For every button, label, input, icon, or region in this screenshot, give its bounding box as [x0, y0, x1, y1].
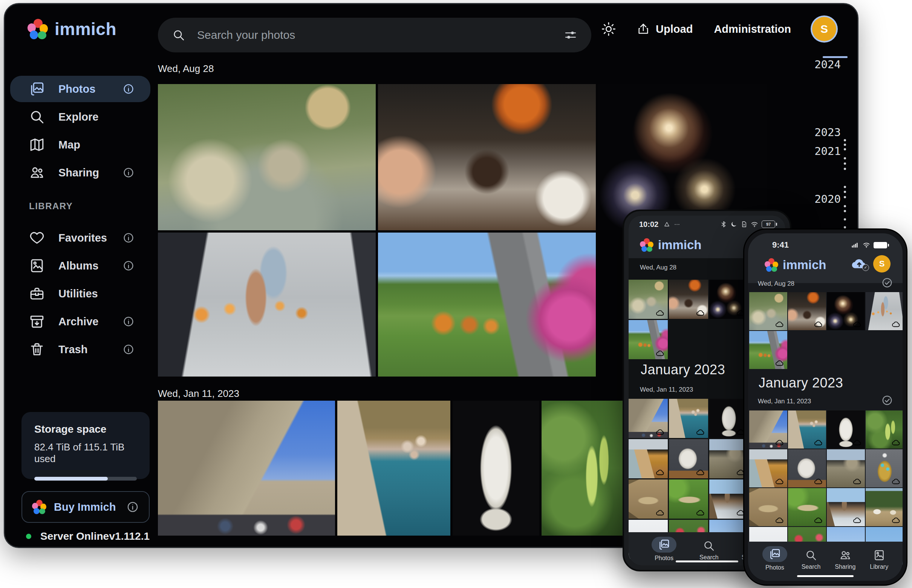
photo-dinner-thumb[interactable]: [669, 279, 708, 319]
photo-village-thumb[interactable]: [709, 480, 749, 519]
phone-nav-photos[interactable]: Photos: [762, 542, 787, 571]
upload-button[interactable]: Upload: [637, 23, 692, 36]
sidebar-item-trash[interactable]: Trash: [5, 336, 156, 363]
sidebar-item-explore[interactable]: Explore: [5, 103, 156, 130]
sidebar-label-explore: Explore: [58, 111, 98, 123]
timeline-dot: [844, 196, 846, 198]
search-filter-icon[interactable]: [564, 29, 577, 42]
photo-park-thumb[interactable]: [749, 331, 787, 369]
photo-fireworks-thumb[interactable]: [827, 292, 865, 330]
theme-toggle-sun-icon[interactable]: [602, 22, 616, 36]
logo-wordmark: immich: [783, 258, 826, 272]
photo-village-thumb[interactable]: [827, 488, 865, 526]
photo-dinner-thumb[interactable]: [788, 292, 826, 330]
photo-fireworks[interactable]: [598, 84, 767, 230]
photo-coast[interactable]: [337, 401, 450, 536]
info-icon[interactable]: [126, 501, 139, 514]
search-bar[interactable]: [158, 18, 591, 52]
sidebar-item-photos[interactable]: Photos: [10, 76, 150, 102]
immich-logo[interactable]: immich: [27, 17, 116, 41]
photo-ornament-thumb[interactable]: [866, 449, 902, 487]
select-all-check-icon[interactable]: [881, 277, 893, 288]
info-icon[interactable]: [123, 232, 134, 244]
timeline-year-2021[interactable]: 2021: [814, 145, 841, 158]
phone-nav-search[interactable]: Search: [802, 542, 821, 570]
photo-sculpture-thumb[interactable]: [788, 449, 826, 487]
cloud-sync-icon: [656, 350, 665, 357]
photo-coast-thumb[interactable]: [669, 399, 708, 438]
server-version: v1.112.1: [109, 530, 150, 543]
info-icon[interactable]: [123, 343, 134, 355]
administration-link[interactable]: Administration: [714, 23, 791, 36]
photo-lizard1-thumb[interactable]: [629, 480, 668, 519]
sidebar-item-map[interactable]: Map: [5, 132, 156, 158]
phone-user-avatar[interactable]: S: [873, 255, 891, 273]
timeline-dot: [844, 205, 846, 207]
phone-home-indicator[interactable]: [797, 575, 854, 577]
cloud-sync-icon: [775, 439, 784, 446]
tablet-nav-photos[interactable]: Photos: [652, 532, 676, 562]
photo-seagrape-thumb[interactable]: [866, 410, 902, 449]
photo-bust-thumb[interactable]: [709, 399, 749, 438]
photo-hands[interactable]: [158, 233, 376, 376]
sidebar-label-trash: Trash: [58, 343, 87, 356]
sidebar-item-favorites[interactable]: Favorites: [5, 225, 156, 251]
select-all-check-icon[interactable]: [881, 395, 893, 406]
photo-bust-thumb[interactable]: [827, 410, 865, 449]
immich-flower-icon: [32, 500, 46, 514]
user-avatar[interactable]: S: [812, 17, 836, 41]
storage-progress-fill: [34, 477, 108, 481]
photo-alpine-thumb[interactable]: [866, 488, 902, 526]
info-icon[interactable]: [123, 260, 134, 272]
photo-lizard2-thumb[interactable]: [788, 488, 826, 526]
photo-fireworks-thumb[interactable]: [709, 279, 749, 319]
photo-monkeys-thumb[interactable]: [749, 292, 787, 330]
photo-park[interactable]: [378, 233, 596, 376]
toolbox-icon: [29, 286, 45, 302]
backup-cloud-icon[interactable]: ✓: [851, 257, 868, 270]
info-icon[interactable]: [123, 315, 134, 328]
tablet-home-indicator[interactable]: [676, 561, 738, 562]
photo-seagrape[interactable]: [542, 401, 628, 536]
cloud-sync-icon: [656, 428, 665, 435]
sidebar-item-utilities[interactable]: Utilities: [5, 280, 156, 307]
phone-nav-library[interactable]: Library: [870, 542, 888, 570]
phone-nav-sharing[interactable]: Sharing: [835, 542, 856, 570]
photo-ruin-thumb[interactable]: [709, 439, 749, 478]
photo-monkeys[interactable]: [158, 84, 376, 230]
sidebar-item-albums[interactable]: Albums: [5, 252, 156, 279]
photo-dinner[interactable]: [378, 84, 596, 230]
buy-immich-button[interactable]: Buy Immich: [21, 491, 150, 523]
photo-fortress[interactable]: [158, 401, 335, 536]
sidebar-item-archive[interactable]: Archive: [5, 309, 156, 335]
immich-flower-icon: [640, 238, 654, 252]
photo-bust[interactable]: [453, 401, 539, 536]
sidebar-item-sharing[interactable]: Sharing: [5, 160, 156, 186]
info-icon[interactable]: [123, 83, 134, 95]
photo-coast-thumb[interactable]: [788, 410, 826, 449]
avatar-initial: S: [820, 23, 828, 36]
album-icon: [29, 258, 45, 274]
photo-lizard1-thumb[interactable]: [749, 488, 787, 526]
sidebar-label-albums: Albums: [58, 260, 98, 272]
tablet-date-jan: Wed, Jan 11, 2023: [640, 386, 693, 394]
photo-beach-thumb[interactable]: [749, 449, 787, 487]
photo-sculpture-thumb[interactable]: [669, 439, 708, 478]
photo-ruin-thumb[interactable]: [827, 449, 865, 487]
info-icon[interactable]: [123, 166, 134, 179]
photo-lizard2-thumb[interactable]: [669, 480, 708, 519]
photo-park-thumb[interactable]: [629, 320, 668, 359]
photo-beach-thumb[interactable]: [629, 439, 668, 478]
search-input[interactable]: [196, 28, 564, 42]
photo-monkeys-thumb[interactable]: [629, 279, 668, 319]
timeline-year-2020[interactable]: 2020: [814, 192, 841, 205]
photo-fortress-thumb[interactable]: [629, 399, 668, 438]
tablet-nav-search[interactable]: Search: [699, 532, 719, 561]
heart-icon: [29, 230, 45, 246]
server-online-dot: [26, 534, 31, 539]
photo-hands-thumb[interactable]: [866, 292, 902, 330]
timeline-year-2023[interactable]: 2023: [814, 126, 841, 139]
timeline-year-2024[interactable]: 2024: [814, 58, 841, 71]
explore-search-icon: [29, 109, 45, 125]
photo-fortress-thumb[interactable]: [749, 410, 787, 449]
